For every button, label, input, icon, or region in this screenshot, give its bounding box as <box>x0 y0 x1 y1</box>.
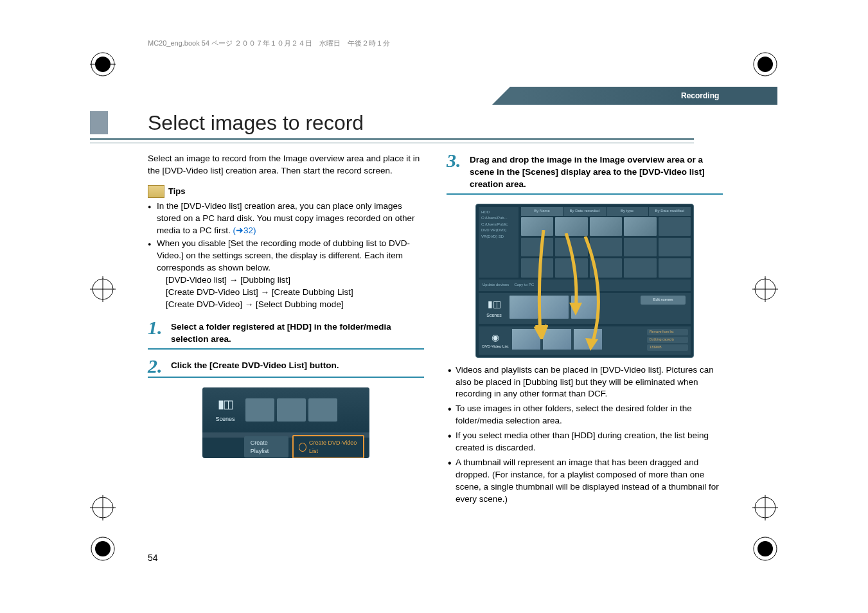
scene-thumbnail[interactable] <box>571 296 599 319</box>
intro-text: Select an image to record from the Image… <box>148 153 424 177</box>
thumbnail[interactable] <box>590 217 622 236</box>
tab-by-name[interactable]: By Name <box>521 207 563 216</box>
create-dvd-video-list-button[interactable]: Create DVD-Video List <box>292 435 364 458</box>
image-overview-area <box>521 217 691 278</box>
tips-label: Tips <box>168 186 186 197</box>
copy-to-pc-link[interactable]: Copy to PC <box>514 282 534 287</box>
step-text: Click the [Create DVD-Video List] button… <box>171 359 424 372</box>
disc-icon: ◉ <box>492 332 499 344</box>
list-thumbnail[interactable] <box>512 329 540 350</box>
step-number: 2. <box>148 359 164 374</box>
scene-thumbnail[interactable] <box>509 296 538 319</box>
tip-item: When you disable [Set the recording mode… <box>148 238 424 310</box>
thumbnail[interactable] <box>624 217 656 236</box>
page-link[interactable]: (➜32) <box>233 226 256 235</box>
thumbnail-empty <box>659 217 691 236</box>
tip-item: In the [DVD-Video list] creation area, y… <box>148 200 424 237</box>
note-item: A thumbnail will represent an image that… <box>447 457 723 506</box>
step-3: 3. Drag and drop the image in the Image … <box>447 153 723 195</box>
title-bar: Select images to record <box>90 111 694 143</box>
step-2: 2. Click the [Create DVD-Video List] but… <box>148 359 424 378</box>
filmstrip-icon: ▮◫ <box>488 298 501 311</box>
book-info: MC20_eng.book 54 ページ ２００７年１０月２４日 水曜日 午後２… <box>148 39 390 48</box>
thumbnail[interactable] <box>555 217 587 236</box>
sort-tabs: By Name By Date recorded By type By Date… <box>521 207 691 216</box>
thumbnail-empty <box>521 238 553 256</box>
note-item: If you select media other than [HDD] dur… <box>447 430 723 454</box>
create-playlist-button[interactable]: Create Playlist <box>244 436 288 458</box>
page-number: 54 <box>148 553 158 563</box>
scene-thumbnail[interactable] <box>540 296 569 319</box>
tab-by-date-modified[interactable]: By Date modified <box>649 207 691 216</box>
tab-by-type[interactable]: By type <box>607 207 648 216</box>
page-title: Select images to record <box>148 111 364 135</box>
thumbnail-empty <box>624 258 656 277</box>
header-bar: Recording <box>90 87 777 106</box>
thumbnail-placeholder <box>308 398 337 422</box>
edit-scenes-button[interactable]: Edit scenes <box>641 296 686 305</box>
screenshot-main-window: HDD C:/Users/Pub... C:/Users/Public DVD … <box>475 204 694 358</box>
notes-list: Videos and playlists can be placed in [D… <box>447 364 723 506</box>
tips-icon <box>148 185 164 198</box>
thumbnail-empty <box>659 258 691 277</box>
tips-list: In the [DVD-Video list] creation area, y… <box>148 200 424 311</box>
header-section-label: Recording <box>681 91 719 100</box>
filmstrip-icon: ▮◫ <box>218 396 233 413</box>
dubbing-capacity-label: Dubbing capacity <box>647 337 688 343</box>
tips-header: Tips <box>148 185 424 198</box>
thumbnail-empty <box>590 258 622 277</box>
list-thumbnail[interactable] <box>574 329 602 350</box>
note-item: Videos and playlists can be placed in [D… <box>447 364 723 401</box>
step-text: Select a folder registered at [HDD] in t… <box>171 320 424 346</box>
thumbnail-empty <box>590 238 622 256</box>
step-number: 1. <box>148 320 164 335</box>
thumbnail-empty <box>659 238 691 256</box>
thumbnail[interactable] <box>521 217 553 236</box>
folder-tree[interactable]: HDD C:/Users/Pub... C:/Users/Public DVD … <box>479 207 518 278</box>
thumbnail-empty <box>555 238 587 256</box>
thumbnail-placeholder <box>245 398 274 422</box>
capacity-value: 1339MB <box>647 344 688 351</box>
thumbnail-empty <box>624 238 656 256</box>
scenes-label: Scenes <box>215 415 235 423</box>
update-devices-link[interactable]: Update devices <box>483 282 509 287</box>
dvd-video-list-label: DVD-Video List <box>483 344 509 349</box>
screenshot-scenes-panel: ▮◫ Scenes Create Playlist Create DVD-Vid… <box>202 387 369 458</box>
list-thumbnail[interactable] <box>543 329 571 350</box>
thumbnail-empty <box>555 258 587 277</box>
scenes-label: Scenes <box>486 312 501 319</box>
note-item: To use images in other folders, select t… <box>447 403 723 427</box>
step-1: 1. Select a folder registered at [HDD] i… <box>148 320 424 350</box>
step-text: Drag and drop the image in the Image ove… <box>470 153 723 191</box>
thumbnail-placeholder <box>277 398 306 422</box>
step-number: 3. <box>447 153 463 168</box>
thumbnail-empty <box>521 258 553 277</box>
tab-by-date-recorded[interactable]: By Date recorded <box>563 207 605 216</box>
remove-from-list-button[interactable]: Remove from list <box>647 329 688 335</box>
